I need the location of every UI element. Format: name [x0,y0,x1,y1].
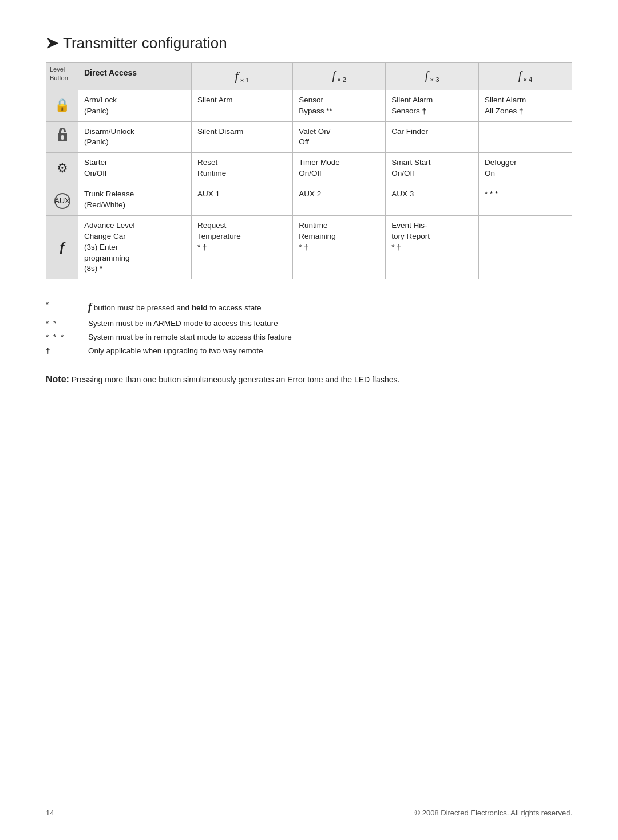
footnote-symbol: * * * [46,330,74,344]
f2-multiplier: × 2 [335,76,346,83]
button-label: Button [50,74,74,82]
cell-row4-col3: Event His- tory Report * † [386,215,479,279]
col-header-f3: f × 3 [386,63,479,90]
footnote-text: System must be in ARMED mode to access t… [88,317,572,330]
note-text: Pressing more than one button simultaneo… [69,375,399,384]
cell-row1-col1: Silent Disarm [191,121,292,153]
cell-row4-col1: Request Temperature * † [191,215,292,279]
arrow-icon: ➤ [46,34,58,52]
cell-row4-col2: Runtime Remaining * † [293,215,386,279]
f4-multiplier: × 4 [521,76,532,83]
cell-row1-col2: Valet On/ Off [293,121,386,153]
level-label: Level [50,65,74,74]
cell-row3-col3: AUX 3 [386,184,479,216]
f3-multiplier: × 3 [428,76,439,83]
cell-row0-col1: Silent Arm [191,90,292,121]
cell-row3-col1: AUX 1 [191,184,292,216]
col-header-f1: f × 1 [191,63,292,90]
col-header-f2: f × 2 [293,63,386,90]
footnote-row: * * *System must be in remote start mode… [46,330,572,344]
col-header-direct: Direct Access [78,63,192,90]
col-header-level-button: Level Button [46,63,78,90]
row-icon-2: ⚙ [46,153,78,184]
note-label: Note: [46,374,69,384]
footnote-text: f button must be pressed and held to acc… [88,298,572,316]
cell-row2-col0: Starter On/Off [78,153,192,184]
footnote-symbol: † [46,344,74,358]
cell-row2-col1: Reset Runtime [191,153,292,184]
cell-row3-col4: * * * [479,184,572,216]
cell-row1-col0: Disarm/Unlock (Panic) [78,121,192,153]
title-text: Transmitter configuration [63,34,227,52]
footnote-row: * *System must be in ARMED mode to acces… [46,317,572,330]
page-title: ➤ Transmitter configuration [46,34,572,52]
footnote-symbol: * [46,298,74,316]
copyright-text: © 2008 Directed Electronics. All rights … [415,809,572,817]
svg-point-0 [61,135,64,140]
cell-row0-col4: Silent Alarm All Zones † [479,90,572,121]
row-icon-3: AUX [46,184,78,216]
cell-row3-col0: Trunk Release (Red/White) [78,184,192,216]
cell-row2-col3: Smart Start On/Off [386,153,479,184]
row-icon-1 [46,121,78,153]
cell-row0-col0: Arm/Lock (Panic) [78,90,192,121]
footnote-text: System must be in remote start mode to a… [88,330,572,344]
footnote-row: †Only applicable when upgrading to two w… [46,344,572,358]
cell-row2-col4: Defogger On [479,153,572,184]
config-table: Level Button Direct Access f × 1 f × 2 f… [46,62,572,279]
cell-row1-col4 [479,121,572,153]
cell-row1-col3: Car Finder [386,121,479,153]
row-icon-4: f [46,215,78,279]
footnote-text: Only applicable when upgrading to two wa… [88,344,572,358]
f1-multiplier: × 1 [239,77,249,84]
col-header-f4: f × 4 [479,63,572,90]
cell-row2-col2: Timer Mode On/Off [293,153,386,184]
cell-row0-col3: Silent Alarm Sensors † [386,90,479,121]
note-block: Note: Pressing more than one button simu… [46,372,572,387]
cell-row4-col0: Advance Level Change Car (3s) Enter prog… [78,215,192,279]
row-icon-0: 🔒 [46,90,78,121]
footnotes-section: *f button must be pressed and held to ac… [46,298,572,358]
page-footer: 14 © 2008 Directed Electronics. All righ… [46,809,572,817]
footnote-row: *f button must be pressed and held to ac… [46,298,572,316]
page-number: 14 [46,809,54,817]
cell-row0-col2: Sensor Bypass ** [293,90,386,121]
cell-row3-col2: AUX 2 [293,184,386,216]
footnote-symbol: * * [46,317,74,330]
cell-row4-col4 [479,215,572,279]
